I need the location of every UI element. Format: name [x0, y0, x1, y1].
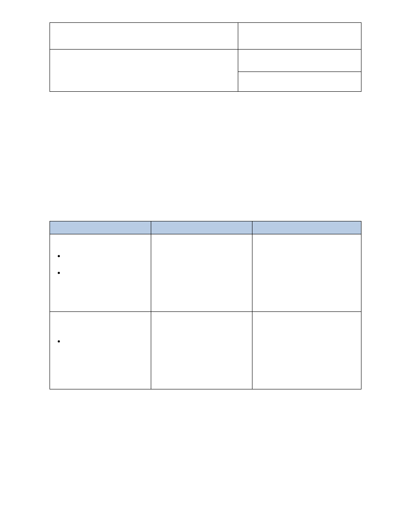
bullet-icon [58, 340, 60, 342]
table-cell-col3 [252, 234, 361, 312]
bottom-table [50, 221, 361, 389]
table-header-col2 [151, 221, 252, 234]
table-cell-col2 [151, 312, 252, 389]
top-table-row1-left [50, 23, 238, 50]
table-row [50, 234, 361, 312]
table-cell-col1 [50, 312, 151, 389]
top-table-row2-right-top [238, 50, 361, 72]
table-cell-col2 [151, 234, 252, 312]
table-header-row [50, 221, 361, 234]
bullet-icon [58, 272, 60, 274]
top-table-row2-right-bottom [238, 72, 361, 92]
table-cell-col1 [50, 234, 151, 312]
bullet-icon [58, 255, 60, 257]
table-header-col3 [252, 221, 361, 234]
table-row [50, 312, 361, 389]
top-table-row2-left [50, 50, 238, 92]
table-header-col1 [50, 221, 151, 234]
top-table-row1-right [238, 23, 361, 50]
top-table [50, 22, 361, 92]
table-cell-col3 [252, 312, 361, 389]
